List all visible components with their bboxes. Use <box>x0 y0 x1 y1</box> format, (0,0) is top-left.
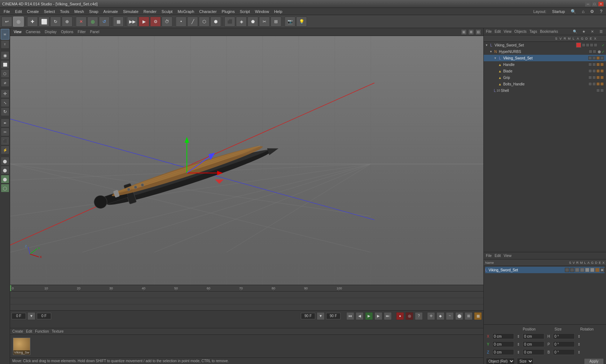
tool-rect-select[interactable]: ⬜ <box>1 60 9 69</box>
record-btn[interactable]: ● <box>396 312 404 320</box>
apply-button[interactable]: Apply <box>584 358 604 364</box>
objmgr-close-icon[interactable]: ✕ <box>589 29 595 35</box>
attr-icon-7[interactable] <box>595 268 600 272</box>
objmgr-tab-edit[interactable]: Edit <box>495 30 501 34</box>
tool-rotate[interactable]: ↻ <box>1 107 9 116</box>
tool-scale[interactable]: ⤡ <box>1 98 9 107</box>
dot-m-h[interactable] <box>600 63 604 66</box>
maximize-button[interactable]: □ <box>592 1 597 6</box>
motion-mode-btn[interactable]: ✛ <box>427 312 435 320</box>
menu-file[interactable]: File <box>1 9 12 14</box>
dot-v-h[interactable] <box>592 63 596 66</box>
fps-down-btn[interactable]: ▼ <box>317 312 325 320</box>
viewport-tab-options[interactable]: Options <box>60 30 75 34</box>
toolbar-edge-mode[interactable]: ╱ <box>187 17 198 27</box>
menu-character[interactable]: Character <box>197 9 219 14</box>
search-icon[interactable]: 🔍 <box>568 9 578 14</box>
keyframe-btn[interactable]: ◆ <box>436 312 444 320</box>
go-start-btn[interactable]: ⏮ <box>346 312 354 320</box>
help-btn[interactable]: ? <box>415 312 423 320</box>
toolbar-bevel[interactable]: ◈ <box>236 17 247 27</box>
menu-plugins[interactable]: Plugins <box>220 9 237 14</box>
tool-move[interactable]: ✛ <box>1 89 9 98</box>
obj-row-shell[interactable]: L 10 Shell <box>484 87 606 94</box>
toolbar-knife[interactable]: ✂ <box>259 17 270 27</box>
material-tab-function[interactable]: Function <box>35 329 49 333</box>
tool-color2[interactable]: ◯ <box>1 184 9 192</box>
tree-expand-arrow-nurbs[interactable]: ▼ <box>489 50 492 53</box>
curve-btn[interactable]: ~ <box>446 312 454 320</box>
objmgr-tab-objects[interactable]: Objects <box>514 30 527 34</box>
dot-s[interactable] <box>582 43 585 47</box>
obj-row-blade[interactable]: ▲ Blade <box>484 68 606 74</box>
toolbar-cube[interactable]: ⬜ <box>39 17 49 27</box>
dot-v-vs[interactable] <box>592 56 596 60</box>
menu-mograph[interactable]: MoGraph <box>175 9 196 14</box>
menu-window[interactable]: Window <box>253 9 271 14</box>
go-end-btn[interactable]: ⏭ <box>384 312 392 320</box>
help-icon[interactable]: ? <box>598 9 605 14</box>
dot-v-sh[interactable] <box>600 89 604 92</box>
tool-texture-mode[interactable]: T <box>1 40 9 49</box>
coord-y-spin[interactable]: ⇕ <box>576 342 582 346</box>
toolbar-render-settings[interactable]: ⚙ <box>150 17 161 27</box>
viewport-settings[interactable]: ⚙ <box>468 29 474 35</box>
auto-key-btn[interactable]: ◎ <box>405 312 413 320</box>
menu-animate[interactable]: Animate <box>101 9 120 14</box>
coord-x-spin[interactable]: ⇕ <box>576 334 582 338</box>
toolbar-extrude[interactable]: ⬛ <box>224 17 235 27</box>
obj-row-viking-sword-set[interactable]: ▼ L Viking_Sword_Set <box>484 55 606 61</box>
menu-select[interactable]: Select <box>42 9 57 14</box>
menu-help[interactable]: Help <box>272 9 285 14</box>
toolbar-camera[interactable]: 📷 <box>285 17 295 27</box>
viewport-tab-cameras[interactable]: Cameras <box>25 30 42 34</box>
coord-z-pos-input[interactable] <box>492 349 514 355</box>
attr-icon-8[interactable]: ✕ <box>600 268 605 272</box>
layout-value[interactable]: Startup <box>550 9 567 14</box>
dot-m[interactable] <box>594 43 597 47</box>
dot-s-vs[interactable] <box>588 56 592 60</box>
toolbar-grid[interactable]: ⊞ <box>271 17 281 27</box>
menu-create[interactable]: Create <box>25 9 41 14</box>
toolbar-add[interactable]: ⊕ <box>62 17 73 27</box>
attrmgr-tab-view[interactable]: View <box>504 254 511 258</box>
toolbar-render[interactable]: ▶ <box>139 17 149 27</box>
coord-z-spin[interactable]: ⇕ <box>576 350 582 354</box>
coord-x-size-spin[interactable]: ⇕ <box>515 334 521 338</box>
toolbar-render-region[interactable]: ▦ <box>113 17 124 27</box>
viewport-tab-panel[interactable]: Panel <box>89 30 101 34</box>
menu-simulate[interactable]: Simulate <box>121 9 141 14</box>
toolbar-live-sel[interactable]: ⬢ <box>210 17 221 27</box>
dot-v[interactable] <box>586 43 589 47</box>
attr-icon-1[interactable] <box>565 268 569 272</box>
coord-z-size-spin[interactable]: ⇕ <box>515 350 521 354</box>
attrmgr-tab-file[interactable]: File <box>486 254 492 258</box>
viewport-lock[interactable]: ⊟ <box>475 29 481 35</box>
toolbar-scale[interactable]: ◎ <box>87 17 98 27</box>
menu-mesh[interactable]: Mesh <box>72 9 86 14</box>
obj-row-grip[interactable]: ▲ Grip <box>484 74 606 81</box>
tree-expand-arrow-vs[interactable]: ▼ <box>494 57 497 60</box>
attr-icon-5[interactable] <box>585 268 589 272</box>
tree-expand-arrow[interactable]: ▼ <box>485 44 488 47</box>
toolbar-anim[interactable]: ⏱ <box>162 17 172 27</box>
coord-z-size-input[interactable] <box>523 349 544 355</box>
attr-icon-4[interactable] <box>580 268 584 272</box>
material-tab-edit[interactable]: Edit <box>26 329 32 333</box>
obj-row-viking-sword-set-top[interactable]: ▼ L Viking_Sword_Set ✓ <box>484 42 606 48</box>
objmgr-menu-icon[interactable]: ☰ <box>598 29 604 35</box>
close-button[interactable]: ✕ <box>598 1 604 6</box>
attrmgr-tab-edit[interactable]: Edit <box>495 254 501 258</box>
next-frame-btn[interactable]: ▶ <box>374 312 382 320</box>
objmgr-tab-file[interactable]: File <box>486 30 492 34</box>
dot-m-g[interactable] <box>600 76 604 79</box>
tool-live-select[interactable]: ◉ <box>1 51 9 60</box>
viewport-tab-display[interactable]: Display <box>43 30 58 34</box>
play-btn[interactable]: ▶ <box>365 312 373 320</box>
coord-z-rot-input[interactable] <box>553 349 575 355</box>
dot-s-n[interactable] <box>589 50 592 53</box>
obj-row-hypernurbs[interactable]: ▼ N HyperNURBS ⬤ ✓ <box>484 48 606 55</box>
coord-y-size-input[interactable] <box>523 341 544 347</box>
toolbar-move[interactable]: ✕ <box>76 17 87 27</box>
viewport-maximize[interactable]: ⊞ <box>461 29 467 35</box>
